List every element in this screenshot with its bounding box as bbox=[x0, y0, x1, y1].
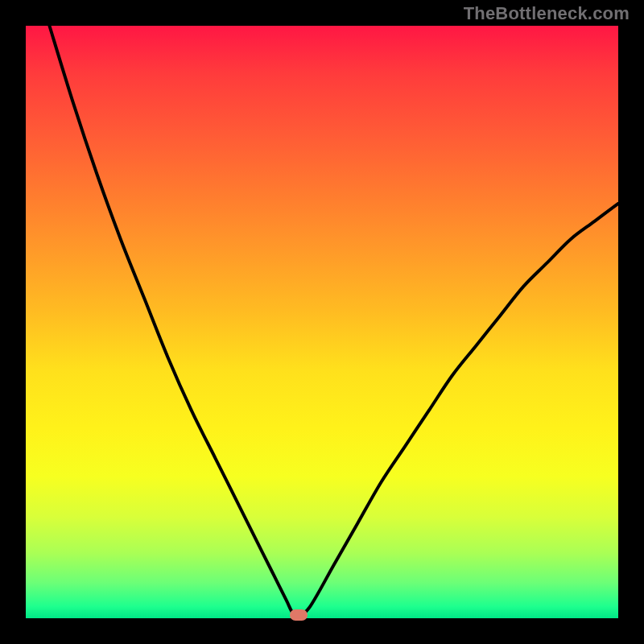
watermark-text: TheBottleneck.com bbox=[464, 3, 630, 24]
min-point-marker bbox=[290, 609, 308, 621]
chart-frame: TheBottleneck.com bbox=[0, 0, 644, 644]
bottleneck-curve bbox=[26, 26, 618, 618]
plot-area bbox=[26, 26, 618, 618]
